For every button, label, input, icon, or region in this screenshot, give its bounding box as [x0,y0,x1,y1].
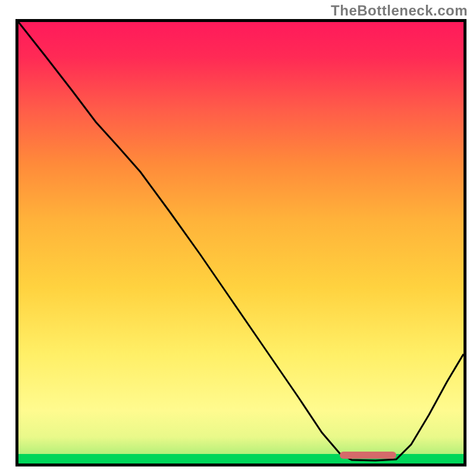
watermark-text: TheBottleneck.com [331,2,468,19]
plot-frame [15,19,466,466]
bottleneck-curve [18,22,464,464]
page-root: TheBottleneck.com [0,0,476,476]
curve-path [18,22,464,461]
optimum-marker [340,452,396,459]
